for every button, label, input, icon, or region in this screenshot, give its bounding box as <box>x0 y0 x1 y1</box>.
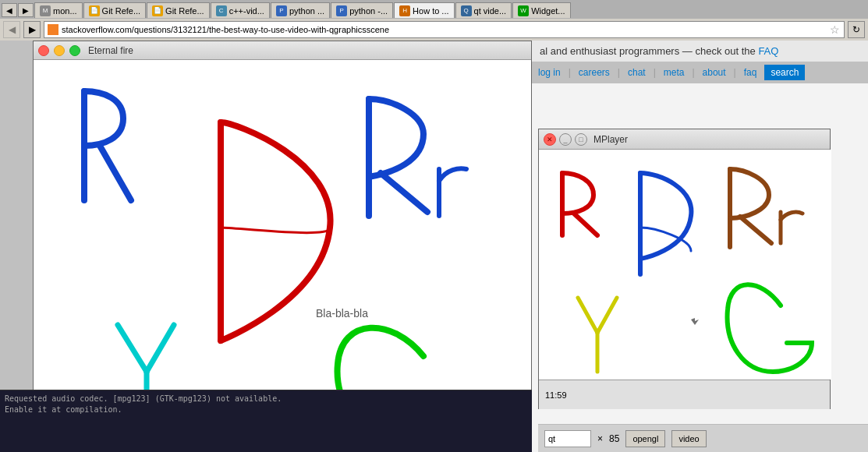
reload-button[interactable]: ↻ <box>848 21 865 38</box>
nav-about[interactable]: about <box>703 65 726 79</box>
tab-3[interactable]: C c++-vid... <box>211 2 270 18</box>
terminal-window: Requested audio codec. [mpg123] (GTK-mpg… <box>0 390 534 452</box>
tab-icon-6: H <box>399 5 410 16</box>
so-multiply-icon: × <box>597 433 603 444</box>
tab-icon-1: 📄 <box>89 5 100 16</box>
so-tagline-text: al and enthusiast programmers — check ou… <box>540 45 756 57</box>
so-nav: log in | careers | chat | meta | about |… <box>532 62 868 83</box>
tab-nav-left[interactable]: ◀ <box>2 3 17 17</box>
forward-button[interactable]: ▶ <box>23 21 41 38</box>
tab-nav-right[interactable]: ▶ <box>18 3 34 17</box>
tab-6[interactable]: H How to ... <box>394 2 454 18</box>
drawing-window-titlebar: Eternal fire <box>34 41 531 60</box>
minimize-button[interactable] <box>54 45 65 56</box>
nav-login[interactable]: log in <box>538 65 561 79</box>
tab-0[interactable]: M mon... <box>34 2 83 18</box>
svg-text:Bla-bla-bla: Bla-bla-bla <box>316 307 368 320</box>
tab-5[interactable]: P python -... <box>331 2 393 18</box>
mplayer-controls: 11:59 <box>539 380 830 409</box>
mplayer-time: 11:59 <box>545 390 567 400</box>
so-bottom-bar: × 85 opengl video <box>538 424 868 452</box>
tab-icon-8: W <box>518 5 529 16</box>
address-input[interactable] <box>62 25 828 34</box>
tab-icon-7: Q <box>461 5 472 16</box>
mplayer-titlebar: ✕ _ □ MPlayer <box>539 129 830 150</box>
tab-bar: ◀ ▶ M mon... 📄 Git Refe... 📄 Git Refe...… <box>0 0 868 19</box>
nav-careers[interactable]: careers <box>579 65 610 79</box>
tab-2[interactable]: 📄 Git Refe... <box>147 2 210 18</box>
nav-meta[interactable]: meta <box>664 65 685 79</box>
terminal-content: Requested audio codec. [mpg123] (GTK-mpg… <box>0 390 534 418</box>
mplayer-window: ✕ _ □ MPlayer <box>538 129 831 409</box>
address-bar-wrap: ☆ <box>44 21 845 38</box>
close-button[interactable] <box>38 45 49 56</box>
browser-chrome: ◀ ▶ M mon... 📄 Git Refe... 📄 Git Refe...… <box>0 0 868 41</box>
tab-1[interactable]: 📄 Git Refe... <box>83 2 147 18</box>
mplayer-title: MPlayer <box>593 134 628 145</box>
nav-chat[interactable]: chat <box>628 65 646 79</box>
mplayer-minimize-button[interactable]: _ <box>559 133 572 146</box>
so-tagline: al and enthusiast programmers — check ou… <box>532 41 868 62</box>
faq-link[interactable]: FAQ <box>758 45 778 57</box>
mplayer-maximize-button[interactable]: □ <box>575 133 587 146</box>
tab-icon-2: 📄 <box>152 5 163 16</box>
tab-icon-4: P <box>276 5 287 16</box>
tab-8[interactable]: W Widget... <box>512 2 570 18</box>
tab-icon-3: C <box>216 5 227 16</box>
maximize-button[interactable] <box>69 45 80 56</box>
back-button[interactable]: ◀ <box>3 21 20 38</box>
mplayer-close-button[interactable]: ✕ <box>544 133 556 146</box>
so-video-button[interactable]: video <box>671 430 706 447</box>
drawing-window-title: Eternal fire <box>88 45 133 56</box>
so-filter-input[interactable] <box>544 430 591 447</box>
mplayer-svg <box>539 150 831 380</box>
terminal-line1: Requested audio codec. [mpg123] (GTK-mpg… <box>5 394 530 404</box>
tab-4[interactable]: P python ... <box>271 2 330 18</box>
so-opengl-button[interactable]: opengl <box>625 430 665 447</box>
nav-faq[interactable]: faq <box>744 65 757 79</box>
tab-icon-0: M <box>40 5 51 16</box>
search-button[interactable]: search <box>764 65 805 80</box>
bookmark-star-icon[interactable]: ☆ <box>828 23 841 36</box>
so-number: 85 <box>609 433 619 444</box>
site-favicon <box>48 24 58 35</box>
tab-icon-5: P <box>336 5 347 16</box>
terminal-line2: Enable it at compilation. <box>5 404 530 415</box>
mplayer-canvas[interactable] <box>539 150 831 380</box>
address-bar-row: ◀ ▶ ☆ ↻ <box>0 19 868 41</box>
tab-7[interactable]: Q qt vide... <box>455 2 512 18</box>
